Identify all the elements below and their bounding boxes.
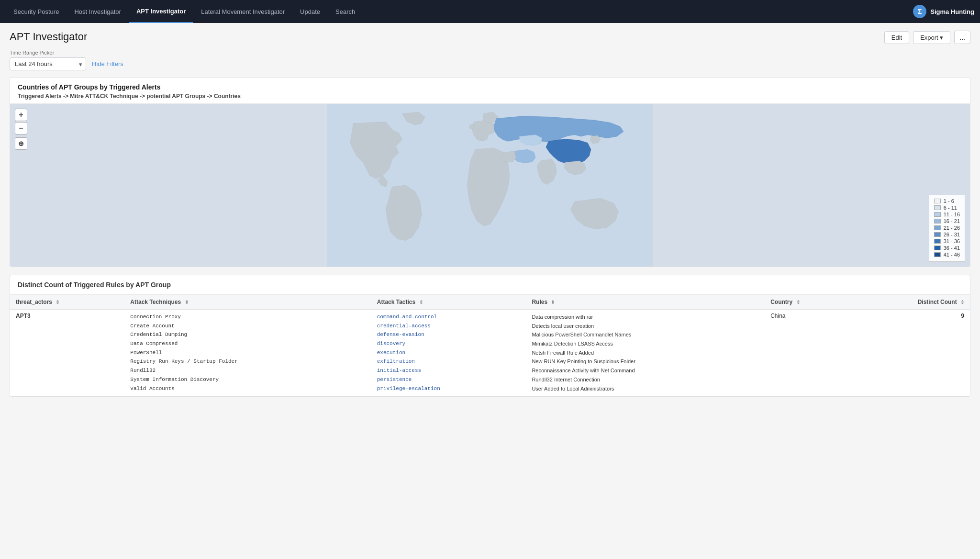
brand-name: Sigma Hunting [930, 8, 974, 15]
table-row: APT3Connection ProxyCreate AccountCreden… [10, 310, 970, 396]
legend-label-5: 21 - 26 [944, 225, 960, 231]
col-header-threat-actors[interactable]: threat_actors ⇕ [10, 295, 124, 310]
time-range-row: Last 24 hours Last 7 days Last 30 days H… [10, 57, 970, 70]
header-actions: Edit Export ▾ ... [884, 31, 970, 44]
legend-box-4 [934, 219, 941, 224]
legend-item-2: 6 - 11 [934, 205, 960, 211]
legend-item-5: 21 - 26 [934, 225, 960, 231]
col-header-techniques[interactable]: Attack Techniques ⇕ [124, 295, 371, 310]
edit-button[interactable]: Edit [884, 31, 909, 44]
sort-icon-country: ⇕ [796, 300, 800, 305]
rule-item: Malicious PowerShell Commandlet Names [532, 330, 759, 339]
sort-icon-techniques: ⇕ [185, 300, 189, 305]
nav-item-host-investigator[interactable]: Host Investigator [67, 0, 129, 23]
sort-icon-threat-actors: ⇕ [56, 300, 59, 305]
technique-item: PowerShell [130, 348, 365, 358]
map-panel: Countries of APT Groups by Triggered Ale… [10, 77, 970, 267]
hide-filters-link[interactable]: Hide Filters [92, 60, 123, 67]
legend-box-9 [934, 252, 941, 257]
map-panel-header: Countries of APT Groups by Triggered Ale… [10, 78, 970, 104]
table-header: threat_actors ⇕ Attack Techniques ⇕ Atta… [10, 295, 970, 310]
map-container: + − ⊕ [10, 104, 970, 267]
legend-label-7: 31 - 36 [944, 238, 960, 244]
legend-label-6: 26 - 31 [944, 232, 960, 237]
rule-item: Detects local user creation [532, 322, 759, 331]
cell-techniques: Connection ProxyCreate AccountCredential… [124, 310, 371, 396]
legend-box-7 [934, 239, 941, 244]
col-header-count[interactable]: Distinct Count ⇕ [849, 295, 970, 310]
rule-item: User Added to Local Administrators [532, 384, 759, 393]
legend-box-2 [934, 205, 941, 210]
map-panel-subtitle: Triggered Alerts -> Mitre ATT&CK Techniq… [18, 93, 962, 100]
rule-item: Reconnaissance Activity with Net Command [532, 366, 759, 375]
map-panel-title: Countries of APT Groups by Triggered Ale… [18, 83, 962, 91]
technique-item: Rundll32 [130, 366, 365, 375]
technique-item: Data Compressed [130, 339, 365, 348]
cell-rules: Data compression with rarDetects local u… [526, 310, 765, 396]
legend-box-8 [934, 246, 941, 250]
page-header: APT Investigator Edit Export ▾ ... [10, 31, 970, 44]
cell-country: China [765, 310, 849, 396]
top-navigation: Security Posture Host Investigator APT I… [0, 0, 980, 23]
table-panel-title: Distinct Count of Triggered Rules by APT… [10, 275, 970, 295]
tactic-item: privilege-escalation [377, 384, 521, 393]
sort-icon-rules: ⇕ [551, 300, 555, 305]
technique-item: Registry Run Keys / Startup Folder [130, 357, 365, 366]
legend-box-5 [934, 225, 941, 230]
legend-label-2: 6 - 11 [944, 205, 957, 211]
legend-box-3 [934, 212, 941, 217]
cell-count: 9 [849, 310, 970, 396]
page-title: APT Investigator [10, 31, 87, 43]
map-compass[interactable]: ⊕ [15, 137, 27, 150]
tactic-item: discovery [377, 339, 521, 348]
legend-label-4: 16 - 21 [944, 218, 960, 224]
apt-table: threat_actors ⇕ Attack Techniques ⇕ Atta… [10, 295, 970, 396]
technique-item: Credential Dumping [130, 330, 365, 339]
brand-icon: Σ [913, 5, 926, 18]
page-content: APT Investigator Edit Export ▾ ... Time … [0, 23, 980, 559]
tactic-item: defense-evasion [377, 330, 521, 339]
map-legend: 1 - 6 6 - 11 11 - 16 16 - 21 21 - 26 [929, 195, 965, 262]
technique-item: Connection Proxy [130, 313, 365, 322]
export-button[interactable]: Export ▾ [913, 31, 950, 44]
nav-item-search[interactable]: Search [328, 0, 363, 23]
col-header-rules[interactable]: Rules ⇕ [526, 295, 765, 310]
legend-box-1 [934, 199, 941, 203]
tactic-item: exfiltration [377, 357, 521, 366]
table-panel: Distinct Count of Triggered Rules by APT… [10, 275, 970, 397]
legend-item-4: 16 - 21 [934, 218, 960, 224]
rule-item: New RUN Key Pointing to Suspicious Folde… [532, 357, 759, 366]
sort-icon-count: ⇕ [960, 300, 964, 305]
world-map [10, 104, 970, 267]
nav-item-security-posture[interactable]: Security Posture [6, 0, 67, 23]
tactic-item: command-and-control [377, 313, 521, 322]
legend-item-1: 1 - 6 [934, 198, 960, 204]
nav-item-lateral-movement[interactable]: Lateral Movement Investigator [193, 0, 292, 23]
time-range-label: Time Range Picker [10, 50, 970, 56]
nav-item-update[interactable]: Update [292, 0, 328, 23]
more-button[interactable]: ... [954, 31, 970, 44]
time-range-select[interactable]: Last 24 hours Last 7 days Last 30 days [10, 57, 86, 70]
time-range-select-wrapper: Last 24 hours Last 7 days Last 30 days [10, 57, 86, 70]
tactic-item: execution [377, 348, 521, 358]
rule-item: Data compression with rar [532, 313, 759, 322]
brand-logo: Σ Sigma Hunting [913, 5, 974, 18]
table-body: APT3Connection ProxyCreate AccountCreden… [10, 310, 970, 396]
filters-section: Time Range Picker Last 24 hours Last 7 d… [10, 50, 970, 70]
technique-item: System Information Discovery [130, 375, 365, 384]
technique-item: Create Account [130, 322, 365, 331]
rule-item: Netsh Firewall Rule Added [532, 348, 759, 358]
legend-label-3: 11 - 16 [944, 212, 960, 217]
map-zoom-out[interactable]: − [15, 122, 27, 134]
col-header-country[interactable]: Country ⇕ [765, 295, 849, 310]
sort-icon-tactics: ⇕ [419, 300, 423, 305]
legend-item-8: 36 - 41 [934, 245, 960, 251]
legend-item-9: 41 - 46 [934, 252, 960, 257]
tactic-item: persistence [377, 375, 521, 384]
rule-item: Rundll32 Internet Connection [532, 375, 759, 384]
col-header-tactics[interactable]: Attack Tactics ⇕ [371, 295, 526, 310]
nav-item-apt-investigator[interactable]: APT Investigator [129, 0, 193, 23]
map-zoom-in[interactable]: + [15, 109, 27, 121]
legend-item-6: 26 - 31 [934, 232, 960, 237]
legend-box-6 [934, 232, 941, 237]
